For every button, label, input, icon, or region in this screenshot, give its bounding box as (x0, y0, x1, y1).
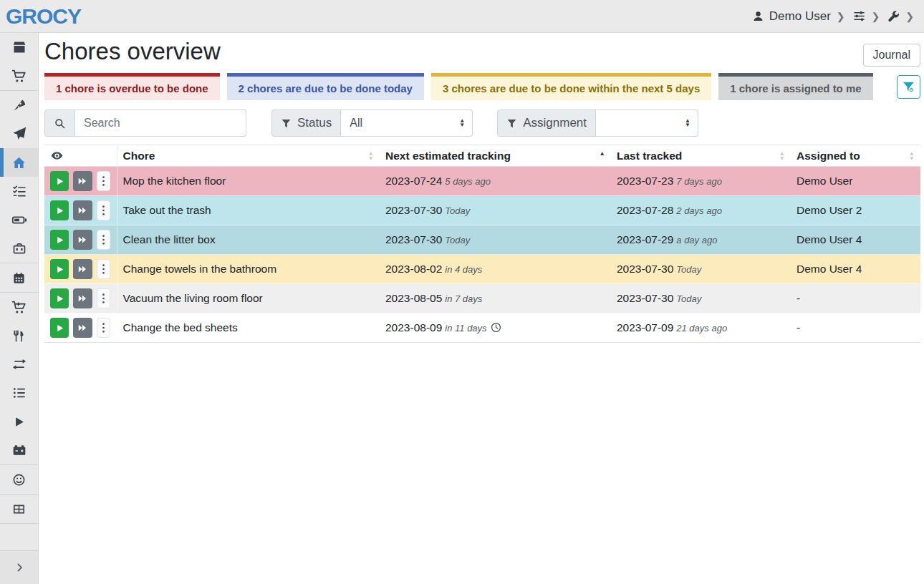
skip-chore-button[interactable] (73, 259, 92, 279)
chores-table: Chore▲▼ Next estimated tracking▲▼ Last t… (44, 145, 920, 343)
table-row: Change towels in the bathroom 2023-08-02… (44, 255, 920, 284)
skip-chore-button[interactable] (73, 318, 92, 338)
filters-row: Status All ▲▼ Assignment ▲▼ (44, 110, 920, 137)
admin-menu[interactable] (887, 10, 900, 23)
last-tracked-cell: 2023-07-30Today (611, 255, 791, 284)
next-tracking-cell: 2023-08-05in 7 days (380, 284, 611, 313)
sidebar-item-table[interactable] (0, 495, 38, 523)
sidebar-item-meal-plan[interactable] (0, 120, 38, 148)
row-menu-button[interactable] (97, 259, 111, 279)
skip-chore-button[interactable] (73, 288, 92, 308)
track-chore-button[interactable] (50, 230, 69, 250)
list-icon (12, 386, 27, 400)
row-menu-button[interactable] (97, 318, 111, 338)
select-caret-icon: ▲▼ (459, 119, 465, 127)
assigned-to-cell: Demo User 2 (791, 196, 920, 225)
settings-menu[interactable] (852, 9, 866, 23)
sort-icon: ▲▼ (905, 151, 915, 160)
chore-name: Take out the trash (117, 196, 380, 225)
skip-chore-button[interactable] (73, 230, 92, 250)
column-header-label: Assigned to (797, 150, 860, 162)
column-header-next-tracking[interactable]: Next estimated tracking▲▼ (380, 145, 611, 167)
row-menu-button[interactable] (97, 171, 111, 191)
select-caret-icon: ▲▼ (685, 119, 690, 127)
chore-name: Vacuum the living room floor (117, 284, 380, 313)
assigned-to-cell: Demo User 4 (791, 255, 920, 284)
search-input[interactable] (75, 110, 246, 137)
search-addon (44, 110, 75, 137)
status-filter-label: Status (297, 116, 332, 130)
row-menu-button[interactable] (97, 200, 111, 220)
column-header-label: Last tracked (617, 150, 682, 162)
user-menu[interactable]: Demo User (752, 9, 831, 24)
main-content: Chores overview Journal 1 chore is overd… (39, 33, 924, 584)
column-header-chore[interactable]: Chore▲▼ (117, 145, 380, 167)
sidebar-item-battery-tracking[interactable] (0, 436, 38, 464)
filter-icon (281, 118, 292, 129)
sidebar-collapse-toggle[interactable] (0, 550, 38, 584)
utensils-icon (12, 329, 26, 343)
skip-chore-button[interactable] (73, 171, 92, 191)
clear-filter-button[interactable] (897, 75, 920, 99)
status-filter-group: Status All ▲▼ (271, 110, 473, 137)
assigned-to-cell: Demo User 4 (791, 225, 920, 255)
skip-chore-button[interactable] (73, 200, 92, 220)
assigned-to-cell: Demo User (791, 167, 920, 196)
app-logo[interactable]: GROCY (6, 0, 81, 33)
sidebar-item-stock-overview[interactable] (0, 33, 38, 62)
sidebar (0, 33, 39, 584)
chevron-right-icon (14, 562, 25, 573)
chore-name: Change the bed sheets (117, 313, 380, 343)
sidebar-item-equipment[interactable] (0, 234, 38, 263)
sidebar-item-chore-tracking[interactable] (0, 407, 38, 436)
chore-name: Change towels in the bathroom (117, 255, 380, 284)
column-header-last-tracked[interactable]: Last tracked▲▼ (611, 145, 791, 167)
page-title: Chores overview (44, 39, 221, 64)
row-menu-button[interactable] (97, 288, 111, 308)
paper-plane-icon (12, 127, 27, 141)
play-icon (12, 415, 26, 429)
row-menu-button[interactable] (97, 230, 111, 250)
assignment-filter-label: Assignment (523, 116, 587, 130)
sidebar-item-consume[interactable] (0, 321, 38, 350)
sidebar-item-batteries-overview[interactable] (0, 205, 38, 234)
sidebar-item-tasks[interactable] (0, 177, 38, 205)
table-row: Mop the kitchen floor 2023-07-245 days a… (44, 167, 920, 196)
user-menu-label: Demo User (769, 9, 831, 24)
user-icon (752, 10, 764, 22)
sidebar-item-smiley[interactable] (0, 465, 38, 494)
search-icon (54, 117, 66, 130)
journal-button[interactable]: Journal (863, 44, 920, 67)
battery-icon (11, 212, 27, 228)
next-tracking-cell: 2023-08-09in 11 days (380, 313, 611, 343)
column-header-visibility (44, 145, 117, 167)
assigned-to-cell: - (791, 284, 920, 313)
assignment-select[interactable]: ▲▼ (596, 110, 698, 137)
exchange-icon (12, 357, 27, 371)
sidebar-item-calendar[interactable] (0, 263, 38, 292)
smiley-icon (12, 473, 26, 487)
sidebar-divider (0, 523, 38, 524)
status-select[interactable]: All ▲▼ (341, 110, 473, 137)
sidebar-item-transfer[interactable] (0, 350, 38, 379)
track-chore-button[interactable] (50, 259, 69, 279)
sidebar-item-inventory[interactable] (0, 379, 38, 407)
pizza-icon (12, 98, 27, 112)
sidebar-item-purchase[interactable] (0, 293, 38, 321)
track-chore-button[interactable] (50, 171, 69, 191)
track-chore-button[interactable] (50, 318, 69, 338)
column-header-assigned-to[interactable]: Assigned to▲▼ (791, 145, 920, 167)
last-tracked-cell: 2023-07-0921 days ago (611, 313, 791, 343)
status-card-assigned-me: 1 chore is assigned to me (718, 73, 872, 100)
last-tracked-cell: 2023-07-29a day ago (611, 225, 791, 255)
sidebar-item-shopping-list[interactable] (0, 62, 38, 90)
last-tracked-cell: 2023-07-237 days ago (611, 167, 791, 196)
track-chore-button[interactable] (50, 288, 69, 308)
chore-name: Mop the kitchen floor (117, 167, 380, 196)
wrench-icon (887, 10, 900, 23)
sidebar-item-chores-overview[interactable] (0, 148, 38, 177)
sidebar-item-recipes[interactable] (0, 91, 38, 120)
table-icon (12, 502, 26, 516)
status-card-due-soon: 3 chores are due to be done within the n… (431, 73, 711, 100)
track-chore-button[interactable] (50, 200, 69, 220)
